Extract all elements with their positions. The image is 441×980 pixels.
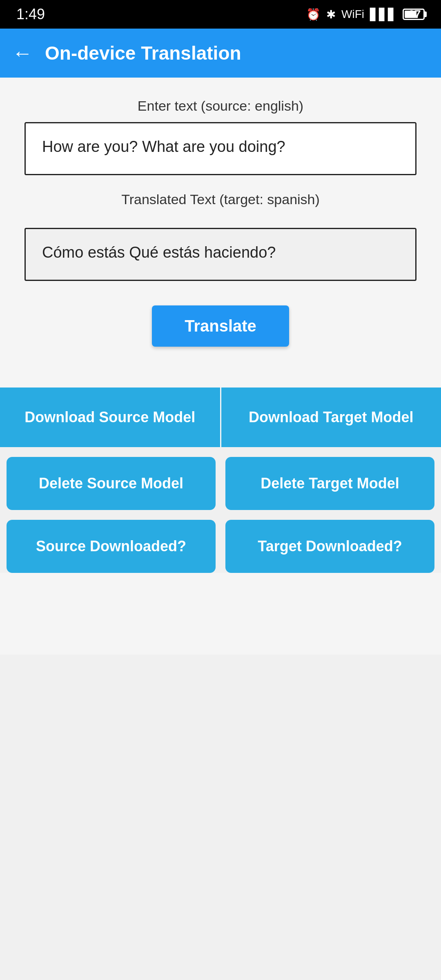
delete-source-button[interactable]: Delete Source Model: [7, 457, 216, 510]
download-source-button[interactable]: Download Source Model: [0, 388, 221, 447]
source-text-value: How are you? What are you doing?: [42, 138, 285, 155]
target-label: Translated Text (target: spanish): [121, 192, 320, 207]
translate-button[interactable]: Translate: [152, 305, 289, 347]
download-target-button[interactable]: Download Target Model: [221, 388, 441, 447]
app-bar: ← On-device Translation: [0, 29, 441, 78]
download-buttons-row: Download Source Model Download Target Mo…: [0, 388, 441, 447]
delete-buttons-row: Delete Source Model Delete Target Model: [0, 447, 441, 510]
status-bar: 1:49 ⏰ ✱ WiFi ▋▋▋ 67: [0, 0, 441, 29]
signal-icon: ▋▋▋: [370, 8, 397, 21]
back-button[interactable]: ←: [12, 43, 33, 63]
target-downloaded-button[interactable]: Target Downloaded?: [225, 520, 434, 573]
bottom-spacer: [0, 573, 441, 655]
wifi-icon: WiFi: [341, 8, 364, 21]
alarm-icon: ⏰: [306, 8, 321, 21]
source-downloaded-button[interactable]: Source Downloaded?: [7, 520, 216, 573]
status-time: 1:49: [16, 6, 45, 23]
app-title: On-device Translation: [45, 42, 241, 64]
downloaded-buttons-row: Source Downloaded? Target Downloaded?: [0, 510, 441, 573]
bluetooth-icon: ✱: [326, 8, 336, 21]
status-icons: ⏰ ✱ WiFi ▋▋▋ 67: [306, 8, 425, 21]
battery-icon: 67: [403, 9, 425, 20]
source-label: Enter text (source: english): [138, 98, 303, 114]
translated-text-value: Cómo estás Qué estás haciendo?: [42, 244, 276, 261]
delete-target-button[interactable]: Delete Target Model: [225, 457, 434, 510]
main-content: Enter text (source: english) How are you…: [0, 78, 441, 388]
source-text-box[interactable]: How are you? What are you doing?: [24, 122, 416, 175]
battery-percent: 67: [405, 8, 424, 21]
translated-text-box: Cómo estás Qué estás haciendo?: [24, 228, 416, 281]
